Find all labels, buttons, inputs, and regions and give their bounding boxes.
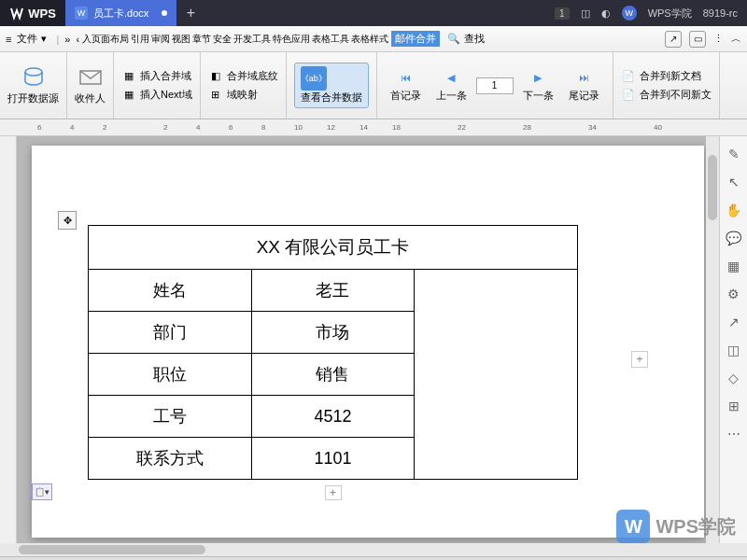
- collapse-icon[interactable]: ︿: [731, 32, 741, 46]
- add-tab-button[interactable]: +: [176, 5, 204, 21]
- add-row-button[interactable]: +: [325, 485, 342, 500]
- table-title-cell[interactable]: XX 有限公司员工卡: [89, 226, 578, 270]
- scroll-thumb-h[interactable]: [19, 545, 205, 554]
- cloud-icon[interactable]: ◫: [581, 7, 590, 20]
- tab-review[interactable]: 审阅: [150, 33, 171, 46]
- vertical-scrollbar[interactable]: [706, 136, 719, 543]
- database-icon: [21, 65, 47, 90]
- value-cell[interactable]: 销售: [251, 354, 415, 396]
- merge-new-label: 合并到新文档: [640, 69, 701, 83]
- dropdown-icon: ▾: [41, 33, 47, 45]
- view-merge-group[interactable]: 《ab》 查看合并数据: [287, 52, 377, 119]
- ruler-mark: 6: [37, 123, 41, 132]
- navigation-group: ⏮首记录 ◀上一条 ▶下一条 ⏭尾记录: [377, 52, 613, 119]
- first-label: 首记录: [390, 89, 421, 103]
- paste-options-icon[interactable]: 📋▾: [32, 483, 52, 500]
- insert-next-button[interactable]: ▦插入Next域: [121, 88, 192, 103]
- academy-link[interactable]: WPS学院: [648, 7, 692, 21]
- skin-icon[interactable]: ◐: [601, 7, 611, 20]
- ribbon: 打开数据源 收件人 ▦插入合并域 ▦插入Next域 ◧合并域底纹 ⊞域映射 《a…: [0, 52, 747, 119]
- insert-merge-label: 插入合并域: [140, 69, 191, 83]
- merge-new-button[interactable]: 📄合并到新文档: [621, 69, 712, 84]
- record-number-input[interactable]: [476, 77, 514, 94]
- view-merge-label: 查看合并数据: [301, 91, 362, 103]
- gear-icon[interactable]: ⚙: [726, 286, 742, 302]
- tab-mailmerge-active[interactable]: 邮件合并: [391, 31, 440, 47]
- shade-icon: ◧: [208, 69, 223, 84]
- more-icon[interactable]: ⋮: [713, 33, 724, 45]
- more-icon[interactable]: ⋯: [726, 426, 742, 442]
- tab-security[interactable]: 安全: [212, 33, 233, 46]
- horizontal-ruler[interactable]: 6 4 2 2 4 6 8 10 12 14 18 22 28 34 40: [0, 119, 747, 136]
- hamburger-icon[interactable]: ≡: [6, 34, 11, 45]
- value-cell[interactable]: 老王: [251, 270, 415, 312]
- ruler-mark: 2: [103, 123, 106, 132]
- horizontal-scrollbar[interactable]: [0, 543, 747, 556]
- prev-record-button[interactable]: ◀上一条: [430, 68, 472, 103]
- next-icon: ▶: [529, 68, 547, 87]
- doc-icon: W: [75, 7, 88, 20]
- tab-section[interactable]: 章节: [191, 33, 212, 46]
- tab-reference[interactable]: 引用: [130, 33, 150, 46]
- label-cell[interactable]: 部门: [89, 312, 252, 354]
- value-cell[interactable]: 4512: [251, 396, 415, 438]
- insert-merge-button[interactable]: ▦插入合并域: [121, 69, 192, 84]
- domain-map-label: 域映射: [227, 88, 258, 102]
- document-tab[interactable]: W 员工卡.docx: [65, 0, 176, 26]
- value-cell[interactable]: 市场: [251, 312, 415, 354]
- scroll-thumb[interactable]: [708, 155, 717, 220]
- recipients-group[interactable]: 收件人: [67, 52, 114, 119]
- window-icon[interactable]: ▭: [689, 31, 706, 48]
- indicator-badge[interactable]: 1: [555, 7, 570, 20]
- share-icon[interactable]: ↗: [665, 31, 682, 48]
- tab-special[interactable]: 特色应用: [272, 33, 311, 46]
- file-menu[interactable]: 文件 ▾: [13, 30, 50, 48]
- last-record-button[interactable]: ⏭尾记录: [563, 68, 605, 103]
- link-icon[interactable]: ↗: [726, 314, 742, 330]
- first-record-button[interactable]: ⏮首记录: [385, 68, 427, 103]
- chevron-right-icon[interactable]: »: [64, 34, 70, 45]
- wps-logo[interactable]: WPS: [0, 0, 65, 26]
- doc-new-icon: 📄: [621, 69, 636, 84]
- last-icon: ⏭: [574, 68, 593, 87]
- nav-prev-icon[interactable]: ‹: [76, 34, 79, 45]
- comment-icon[interactable]: 💬: [726, 230, 742, 246]
- document-page[interactable]: ✥ XX 有限公司员工卡 姓名老王 部门市场 职位销售 工号4512 联系方式1…: [32, 146, 704, 538]
- merge-base-button[interactable]: ◧合并域底纹: [208, 69, 278, 84]
- shapes-icon[interactable]: ◇: [726, 370, 742, 386]
- recipients-label: 收件人: [75, 91, 106, 105]
- label-cell[interactable]: 联系方式: [89, 438, 252, 480]
- doc-name-label: 员工卡.docx: [93, 7, 148, 21]
- grid-icon[interactable]: ▦: [726, 258, 742, 274]
- canvas-area[interactable]: ✥ XX 有限公司员工卡 姓名老王 部门市场 职位销售 工号4512 联系方式1…: [17, 136, 719, 543]
- ruler-mark: 2: [163, 123, 167, 132]
- next-record-button[interactable]: ▶下一条: [517, 68, 559, 103]
- pencil-icon[interactable]: ✎: [726, 146, 742, 162]
- label-cell[interactable]: 职位: [89, 354, 252, 396]
- tools-icon[interactable]: ⊞: [726, 398, 742, 414]
- watermark: W WPS学院: [616, 510, 736, 543]
- label-cell[interactable]: 工号: [89, 396, 252, 438]
- open-source-group[interactable]: 打开数据源: [0, 52, 67, 119]
- value-cell[interactable]: 1101: [251, 438, 415, 480]
- svg-point-0: [25, 68, 42, 76]
- add-column-button[interactable]: +: [631, 351, 648, 368]
- employee-card-table[interactable]: XX 有限公司员工卡 姓名老王 部门市场 职位销售 工号4512 联系方式110…: [88, 225, 578, 480]
- crop-icon[interactable]: ◫: [726, 342, 742, 358]
- table-move-handle[interactable]: ✥: [58, 211, 77, 230]
- wps-round-icon[interactable]: W: [622, 6, 637, 21]
- tab-devtools[interactable]: 开发工具: [233, 33, 272, 46]
- search-box[interactable]: 🔍 查找: [447, 32, 485, 46]
- domain-map-button[interactable]: ⊞域映射: [208, 88, 278, 103]
- ruler-mark: 22: [458, 123, 466, 132]
- tab-view[interactable]: 视图: [171, 33, 191, 46]
- empty-cell[interactable]: [415, 270, 578, 480]
- merge-diff-button[interactable]: 📄合并到不同新文: [621, 88, 712, 103]
- hand-icon[interactable]: ✋: [726, 202, 742, 218]
- tab-tablestyle[interactable]: 表格样式: [350, 33, 389, 46]
- tab-insert[interactable]: 入页面布局: [81, 33, 130, 46]
- cursor-icon[interactable]: ↖: [726, 174, 742, 190]
- tab-tabletools[interactable]: 表格工具: [311, 33, 350, 46]
- vertical-ruler[interactable]: [0, 136, 17, 543]
- label-cell[interactable]: 姓名: [89, 270, 252, 312]
